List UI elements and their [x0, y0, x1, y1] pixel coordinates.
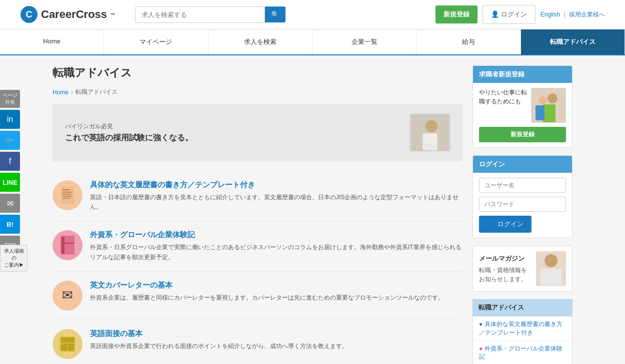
breadcrumb: Home › 転職アドバイス — [52, 88, 462, 96]
mail-mag-desc: 転職・資格情報をお知らせします。 — [479, 266, 532, 284]
hero-banner[interactable]: バイリンガル必見 これで英語の採用試験に強くなる。 — [52, 104, 462, 161]
article-title-cover[interactable]: 英文カバーレターの基本 — [90, 281, 444, 290]
nav-career-advice[interactable]: 転職アドバイス — [521, 29, 625, 54]
twitter-share-button[interactable]: 🐦 — [0, 131, 20, 150]
breadcrumb-sep: › — [71, 89, 73, 96]
hatena-share-button[interactable]: B! — [0, 215, 20, 234]
svg-point-3 — [426, 120, 438, 132]
mail-share-button[interactable]: ✉ — [0, 194, 20, 213]
login-form-icon: 👤 — [487, 221, 495, 228]
nav-search-jobs[interactable]: 求人を検索 — [208, 29, 312, 54]
article-title-resume[interactable]: 具体的な英文履歴書の書き方／テンプレート付き — [90, 180, 462, 190]
svg-point-25 — [544, 254, 558, 267]
banner-title: これで英語の採用試験に強くなる。 — [65, 133, 193, 143]
mail-mag-title: メールマガジン — [479, 254, 532, 264]
sidebar-signup-card: 求職者新規登録 やりたい仕事に転職するためにも — [472, 65, 572, 148]
sidebar-signup-title: 求職者新規登録 — [473, 66, 572, 83]
article-cover: ✉ 英文カバーレターの基本 外資系企業は、履歴書と同様にカバーレターを重視します… — [52, 272, 462, 320]
svg-point-20 — [548, 93, 558, 103]
sidebar-advice-title: 転職アドバイス — [472, 299, 572, 316]
social-sidebar: ページ共有 in 🐦 f LINE ✉ B! TOP — [0, 90, 20, 255]
article-resume: 具体的な英文履歴書の書き方／テンプレート付き 英語・日本語の履歴書の書き方を見本… — [52, 171, 462, 221]
svg-rect-17 — [61, 344, 67, 351]
page-share-label[interactable]: ページ共有 — [0, 90, 20, 108]
sidebar-nav-list: ● 具体的な英文履歴書の書き方／テンプレート付き ● 外資系・グローバル企業体験… — [472, 316, 572, 364]
nav-home[interactable]: Home — [0, 29, 104, 54]
login-form: 👤 ログイン — [473, 173, 572, 238]
svg-rect-10 — [62, 196, 72, 197]
logo[interactable]: C CareerCross™ — [20, 5, 115, 23]
line-share-button[interactable]: LINE — [0, 173, 20, 192]
banner-image — [410, 114, 450, 151]
sidebar-nav-item-0[interactable]: ● 具体的な英文履歴書の書き方／テンプレート付き — [473, 317, 572, 341]
svg-rect-16 — [61, 338, 74, 343]
nav-salary[interactable]: 給与 — [416, 29, 520, 54]
article-icon-cover: ✉ — [52, 281, 82, 311]
page-title: 転職アドバイス — [52, 65, 462, 80]
svg-rect-6 — [61, 186, 74, 204]
breadcrumb-current: 転職アドバイス — [76, 88, 118, 96]
article-desc-cover: 外資系企業は、履歴書と同様にカバーレターを重視します。カバーレターは先に進むため… — [90, 293, 444, 303]
nav-mypage[interactable]: マイページ — [104, 29, 208, 54]
svg-rect-26 — [540, 269, 562, 286]
language-area: English | 採用企業様へ — [540, 10, 605, 19]
job-banner[interactable]: 求人場稿のご案内▶ — [0, 245, 28, 272]
search-input[interactable] — [135, 6, 265, 23]
employer-link[interactable]: 採用企業様へ — [569, 11, 605, 18]
breadcrumb-home[interactable]: Home — [52, 89, 68, 96]
svg-text:C: C — [26, 9, 32, 19]
english-link[interactable]: English — [540, 11, 560, 18]
article-content-interview: 英語面接の基本 英語面接や外資系企業で行われる面接のポイントを紹介しながら、成功… — [90, 329, 348, 351]
sidebar-login-title: ログイン — [473, 156, 572, 173]
banner-text: バイリンガル必見 これで英語の採用試験に強くなる。 — [65, 122, 193, 143]
search-button[interactable]: 🔍 — [265, 6, 286, 22]
article-content-global: 外資系・グローバル企業体験記 外資系・日系グローバル企業で実際に働いたことのある… — [90, 230, 462, 262]
signup-button[interactable]: 新規登録 — [436, 5, 478, 23]
banner-subtitle: バイリンガル必見 — [65, 122, 193, 131]
password-input[interactable] — [479, 197, 566, 212]
svg-rect-5 — [424, 133, 436, 143]
svg-rect-13 — [62, 237, 64, 254]
article-desc-resume: 英語・日本語の履歴書の書き方を見本とともに紹介しています。英文履歴書の場合、日本… — [90, 193, 462, 212]
username-input[interactable] — [479, 178, 566, 193]
search-area: 🔍 — [135, 6, 295, 23]
nav-companies[interactable]: 企業一覧 — [312, 29, 416, 54]
sidebar-login-card: ログイン 👤 ログイン — [472, 155, 572, 238]
mail-mag-text: メールマガジン 転職・資格情報をお知らせします。 — [479, 254, 532, 284]
header: C CareerCross™ 🔍 新規登録 👤 ログイン English | 採… — [0, 0, 625, 29]
logo-tm: ™ — [110, 12, 115, 17]
login-form-button[interactable]: 👤 ログイン — [479, 216, 532, 233]
svg-rect-8 — [62, 192, 72, 193]
svg-rect-23 — [536, 105, 544, 120]
mail-mag-content: メールマガジン 転職・資格情報をお知らせします。 — [479, 251, 566, 286]
article-content-resume: 具体的な英文履歴書の書き方／テンプレート付き 英語・日本語の履歴書の書き方を見本… — [90, 180, 462, 212]
sidebar-nav-item-1[interactable]: ● 外資系・グローバル企業体験記 — [473, 341, 572, 364]
article-content-cover: 英文カバーレターの基本 外資系企業は、履歴書と同様にカバーレターを重視します。カ… — [90, 281, 444, 303]
article-desc-interview: 英語面接や外資系企業で行われる面接のポイントを紹介しながら、成功へ導く方法を教え… — [90, 342, 348, 351]
article-title-global[interactable]: 外資系・グローバル企業体験記 — [90, 230, 462, 240]
logo-text: CareerCross — [41, 8, 107, 21]
svg-rect-9 — [62, 194, 72, 195]
main-content: 転職アドバイス Home › 転職アドバイス バイリンガル必見 これで英語の採用… — [52, 65, 462, 364]
sidebar-promo-text: やりたい仕事に転職するためにも — [479, 88, 527, 106]
logo-icon: C — [20, 5, 38, 23]
article-global: 外資系・グローバル企業体験記 外資系・日系グローバル企業で実際に働いたことのある… — [52, 221, 462, 271]
svg-rect-18 — [68, 344, 74, 351]
article-title-interview[interactable]: 英語面接の基本 — [90, 329, 348, 339]
article-icon-global — [52, 230, 82, 260]
sidebar-signup-button[interactable]: 新規登録 — [479, 127, 566, 142]
sidebar: 求職者新規登録 やりたい仕事に転職するためにも — [472, 65, 572, 364]
login-button[interactable]: 👤 ログイン — [482, 5, 536, 24]
header-right: 新規登録 👤 ログイン English | 採用企業様へ — [436, 5, 605, 24]
sidebar-mail-body: メールマガジン 転職・資格情報をお知らせします。 — [473, 246, 572, 291]
sidebar-mail-card: メールマガジン 転職・資格情報をお知らせします。 — [472, 246, 572, 292]
svg-rect-14 — [60, 243, 74, 244]
login-icon: 👤 — [491, 10, 499, 18]
linkedin-share-button[interactable]: in — [0, 110, 20, 129]
svg-point-22 — [538, 96, 546, 104]
article-icon-resume — [52, 180, 82, 210]
article-desc-global: 外資系・日系グローバル企業で実際に働いたことのあるビジネスパーソンのコラムをお届… — [90, 243, 462, 262]
sidebar-signup-body: やりたい仕事に転職するためにも 新規登録 — [473, 83, 572, 147]
facebook-share-button[interactable]: f — [0, 152, 20, 171]
sidebar-promo-image — [531, 88, 566, 123]
